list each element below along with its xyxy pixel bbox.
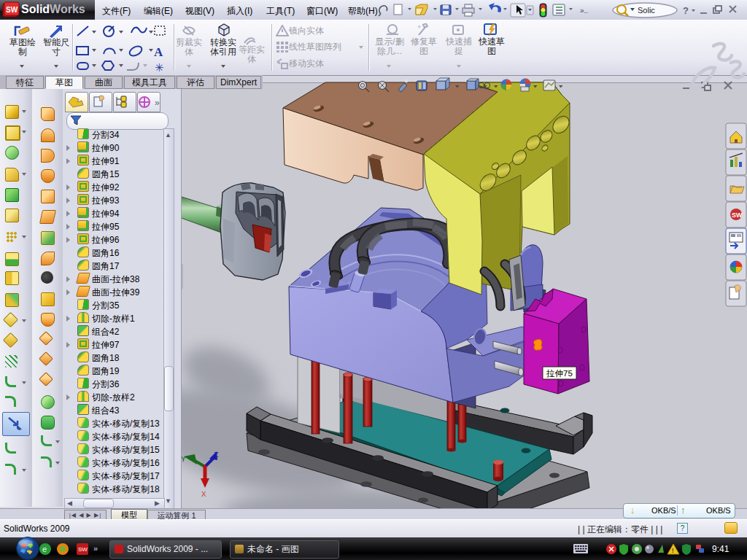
svg-text:Z: Z: [214, 451, 219, 459]
svg-text:SW: SW: [732, 211, 743, 219]
svg-text:拉伸75: 拉伸75: [546, 369, 573, 378]
svg-text:Y: Y: [181, 455, 186, 464]
svg-text:»: »: [93, 544, 98, 553]
svg-text:!: !: [672, 547, 674, 554]
svg-text:e: e: [42, 545, 47, 553]
svg-text:?: ?: [683, 5, 689, 16]
svg-text:SW: SW: [6, 6, 18, 14]
svg-text:X: X: [201, 490, 206, 499]
svg-text:SW: SW: [78, 546, 88, 553]
svg-text:+: +: [417, 23, 421, 31]
svg-text:A: A: [154, 45, 163, 59]
svg-text:»..: »..: [580, 7, 588, 15]
svg-text:»: »: [155, 98, 160, 108]
svg-text:Solic: Solic: [638, 6, 655, 15]
svg-text:✳: ✳: [155, 61, 164, 73]
